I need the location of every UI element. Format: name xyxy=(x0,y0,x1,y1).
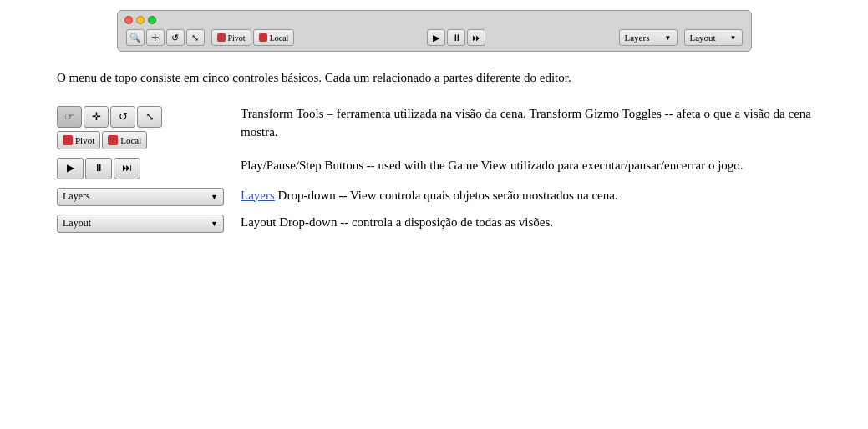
pause-game-btn[interactable]: ⏸ xyxy=(85,158,112,179)
local-button[interactable]: Local xyxy=(253,29,295,46)
layout-dropdown-main[interactable]: Layout ▼ xyxy=(57,214,224,233)
maximize-button[interactable] xyxy=(148,16,156,24)
scale-tool-button[interactable]: ⤡ xyxy=(186,29,205,46)
play-buttons-description: Play/Pause/Step Buttons -- used with the… xyxy=(224,156,811,179)
layout-control: Layout ▼ xyxy=(57,213,224,233)
layers-description: Layers Drop-down -- View controla quais … xyxy=(224,186,811,205)
layers-arrow-icon: ▼ xyxy=(211,193,218,201)
layers-row: Layers ▼ Layers Drop-down -- View contro… xyxy=(57,186,811,206)
pivot-icon xyxy=(63,135,73,145)
play-button[interactable]: ▶ xyxy=(427,29,445,46)
move-tool-btn[interactable]: ✛ xyxy=(84,106,109,128)
scale-tool-btn[interactable]: ⤡ xyxy=(137,106,162,128)
layout-row: Layout ▼ Layout Drop-down -- controla a … xyxy=(57,213,811,233)
step-button[interactable]: ⏭ xyxy=(467,29,485,46)
play-game-btn[interactable]: ▶ xyxy=(57,158,84,179)
pause-button[interactable]: ⏸ xyxy=(447,29,465,46)
toolbar: 🔍 ✛ ↺ ⤡ Pivot Local ▶ ⏸ xyxy=(117,10,752,52)
main-content: O menu de topo consiste em cinco control… xyxy=(0,52,868,256)
local-icon xyxy=(108,135,118,145)
pivot-button[interactable]: Pivot xyxy=(211,29,251,46)
layout-description: Layout Drop-down -- controla a disposiçã… xyxy=(224,213,811,232)
transform-tools-controls: ☞ ✛ ↺ ⤡ Pivot Local xyxy=(57,104,224,149)
transform-tools-row: ☞ ✛ ↺ ⤡ Pivot Local Transform Tools – fe… xyxy=(57,104,811,149)
layout-dropdown-toolbar[interactable]: Layout ▼ xyxy=(684,29,743,46)
rotate-tool-button[interactable]: ↺ xyxy=(166,29,185,46)
hand-tool-button[interactable]: ✛ xyxy=(146,29,165,46)
transform-tools-group: 🔍 ✛ ↺ ⤡ xyxy=(126,29,205,46)
step-game-btn[interactable]: ⏭ xyxy=(114,158,140,179)
zoom-tool-button[interactable]: 🔍 xyxy=(126,29,145,46)
hand-tool-btn[interactable]: ☞ xyxy=(57,106,82,128)
gizmo-toggles-group: Pivot Local xyxy=(211,29,295,46)
gizmo-buttons-group: Pivot Local xyxy=(57,131,224,149)
transform-tools-description: Transform Tools – ferramenta utilizada n… xyxy=(224,104,811,149)
layers-dropdown-arrow: ▼ xyxy=(665,34,672,42)
traffic-lights xyxy=(124,16,156,24)
transform-buttons-group: ☞ ✛ ↺ ⤡ xyxy=(57,106,224,128)
close-button[interactable] xyxy=(124,16,133,24)
layers-control: Layers ▼ xyxy=(57,186,224,206)
play-buttons-controls: ▶ ⏸ ⏭ xyxy=(57,156,224,179)
minimize-button[interactable] xyxy=(136,16,145,24)
layers-dropdown-toolbar[interactable]: Layers ▼ xyxy=(619,29,678,46)
play-buttons-row: ▶ ⏸ ⏭ Play/Pause/Step Buttons -- used wi… xyxy=(57,156,811,179)
layout-dropdown-arrow: ▼ xyxy=(730,34,737,42)
playback-group: ▶ ⏸ ⏭ xyxy=(427,29,485,46)
layers-link[interactable]: Layers xyxy=(241,189,275,202)
rotate-tool-btn[interactable]: ↺ xyxy=(110,106,135,128)
intro-paragraph: O menu de topo consiste em cinco control… xyxy=(57,68,809,88)
pivot-gizmo-btn[interactable]: Pivot xyxy=(57,131,100,149)
playback-buttons-group: ▶ ⏸ ⏭ xyxy=(57,158,224,179)
local-gizmo-btn[interactable]: Local xyxy=(102,131,147,149)
layers-dropdown-main[interactable]: Layers ▼ xyxy=(57,188,224,206)
layout-arrow-icon: ▼ xyxy=(211,220,218,228)
